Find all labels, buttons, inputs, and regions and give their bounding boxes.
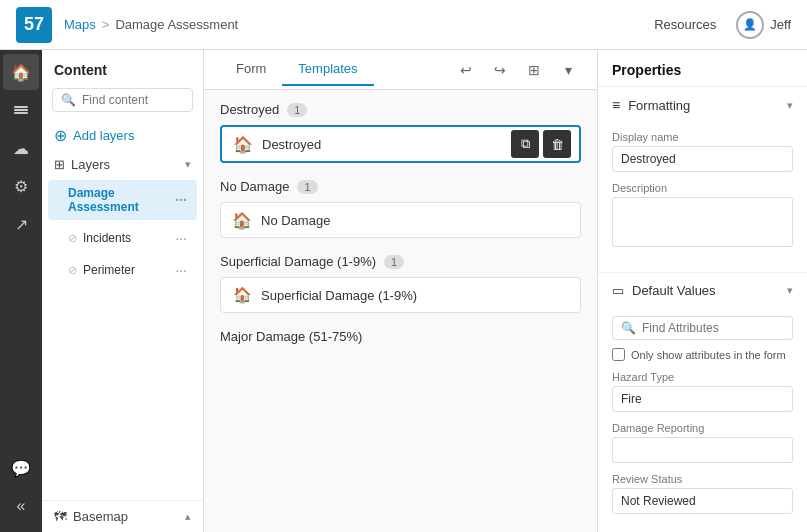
damage-assessment-options-icon[interactable]: ··· [175,192,187,208]
display-name-input[interactable] [612,146,793,172]
only-show-checkbox-label: Only show attributes in the form [631,349,786,361]
house-red-icon: 🏠 [234,135,252,153]
attributes-search[interactable]: 🔍 [612,316,793,340]
add-layers-label: Add layers [73,128,134,143]
basemap-label: Basemap [73,509,128,524]
sidebar-search[interactable]: 🔍 [52,88,193,112]
formatting-section: ≡ Formatting ▾ Display name Description [598,87,807,273]
default-values-section-header[interactable]: ▭ Default Values ▾ [598,273,807,308]
default-values-section-body: 🔍 Only show attributes in the form Hazar… [598,308,807,532]
hazard-type-input[interactable] [612,386,793,412]
sidebar-item-perimeter[interactable]: ⊘ Perimeter ··· [48,256,197,284]
formatting-chevron-icon: ▾ [787,99,793,112]
template-item-no-damage-label: No Damage [261,213,330,228]
sidebar-bottom: 🗺 Basemap ▴ [42,500,203,532]
user-avatar: 👤 [736,11,764,39]
default-values-section: ▭ Default Values ▾ 🔍 Only show attribute… [598,273,807,532]
sidebar-item-incidents[interactable]: ⊘ Incidents ··· [48,224,197,252]
tabs-right: ↩ ↪ ⊞ ▾ [453,57,581,83]
layers-icon-btn[interactable] [3,92,39,128]
attributes-search-input[interactable] [642,321,784,335]
default-values-label: Default Values [632,283,716,298]
share-icon-btn[interactable]: ↗ [3,206,39,242]
template-group-destroyed-label: Destroyed [220,102,279,117]
template-group-major-header: Major Damage (51-75%) [220,329,581,344]
description-label: Description [612,182,793,194]
sidebar-title: Content [42,50,203,84]
damage-reporting-input[interactable] [612,437,793,463]
main-layout: 🏠 ☁ ⚙ ↗ 💬 « Content 🔍 ⊕ Add layers [0,50,807,532]
breadcrumb-parent[interactable]: Maps [64,17,96,32]
breadcrumb: Maps > Damage Assessment [64,17,238,32]
template-item-superficial[interactable]: 🏠 Superficial Damage (1-9%) [220,277,581,313]
properties-panel: Properties ≡ Formatting ▾ Display name [597,50,807,532]
template-item-destroyed[interactable]: 🏠 Destroyed ⧉ 🗑 [220,125,581,163]
search-input[interactable] [82,93,184,107]
tabs-left: Form Templates [220,53,374,86]
only-show-checkbox-input[interactable] [612,348,625,361]
template-group-destroyed-count: 1 [287,103,307,117]
settings-icon-btn[interactable]: ⚙ [3,168,39,204]
more-button[interactable]: ▾ [555,57,581,83]
damage-reporting-field: Damage Reporting [612,422,793,463]
app-logo: 57 [16,7,52,43]
resources-label: Resources [654,17,716,32]
svg-rect-0 [14,106,28,108]
resources-button[interactable]: Resources [654,17,716,32]
only-show-attributes-checkbox[interactable]: Only show attributes in the form [612,348,793,361]
template-group-no-damage-label: No Damage [220,179,289,194]
sidebar-item-label: Damage Assessment [68,186,175,214]
breadcrumb-current: Damage Assessment [115,17,238,32]
layers-icon: ⊞ [54,157,65,172]
breadcrumb-separator: > [102,17,110,32]
undo-button[interactable]: ↩ [453,57,479,83]
basemap-left: 🗺 Basemap [54,509,128,524]
template-group-superficial-label: Superficial Damage (1-9%) [220,254,376,269]
display-name-label: Display name [612,131,793,143]
perimeter-options-icon[interactable]: ··· [175,262,187,278]
review-status-label: Review Status [612,473,793,485]
template-group-superficial-header: Superficial Damage (1-9%) 1 [220,254,581,269]
collapse-icon-btn[interactable]: « [3,488,39,524]
top-bar-right: Resources 👤 Jeff [654,11,791,39]
cloud-icon-btn[interactable]: ☁ [3,130,39,166]
content-area: Form Templates ↩ ↪ ⊞ ▾ Destroyed 1 🏠 Des [204,50,597,532]
incidents-options-icon[interactable]: ··· [175,230,187,246]
review-status-field: Review Status [612,473,793,514]
top-bar: 57 Maps > Damage Assessment Resources 👤 … [0,0,807,50]
copy-action-button[interactable]: ⧉ [511,130,539,158]
redo-button[interactable]: ↪ [487,57,513,83]
user-label: Jeff [770,17,791,32]
description-field: Description [612,182,793,250]
default-values-icon: ▭ [612,283,624,298]
formatting-label: Formatting [628,98,690,113]
formatting-section-header[interactable]: ≡ Formatting ▾ [598,87,807,123]
layers-section[interactable]: ⊞ Layers ▾ [42,151,203,178]
add-layers-button[interactable]: ⊕ Add layers [42,120,203,151]
template-group-superficial: Superficial Damage (1-9%) 1 🏠 Superficia… [220,254,581,313]
tab-form[interactable]: Form [220,53,282,86]
review-status-input[interactable] [612,488,793,514]
home-icon-btn[interactable]: 🏠 [3,54,39,90]
formatting-icon: ≡ [612,97,620,113]
basemap-section[interactable]: 🗺 Basemap ▴ [42,501,203,532]
sidebar-item-perimeter-label: Perimeter [83,263,135,277]
user-menu[interactable]: 👤 Jeff [736,11,791,39]
layers-chevron-icon: ▾ [185,158,191,171]
description-textarea[interactable] [612,197,793,247]
attributes-search-icon: 🔍 [621,321,636,335]
properties-body: ≡ Formatting ▾ Display name Description [598,87,807,532]
default-values-chevron-icon: ▾ [787,284,793,297]
properties-title: Properties [598,50,807,87]
tab-templates[interactable]: Templates [282,53,373,86]
sidebar-item-damage-assessment[interactable]: Damage Assessment ··· [48,180,197,220]
template-item-no-damage[interactable]: 🏠 No Damage [220,202,581,238]
feedback-icon-btn[interactable]: 💬 [3,450,39,486]
content-tabs: Form Templates ↩ ↪ ⊞ ▾ [204,50,597,90]
default-values-section-header-left: ▭ Default Values [612,283,716,298]
template-item-destroyed-label: Destroyed [262,137,321,152]
basemap-icon: 🗺 [54,509,67,524]
sidebar-item-incidents-disabled-icon: ⊘ [68,232,77,245]
view-toggle-button[interactable]: ⊞ [521,57,547,83]
delete-action-button[interactable]: 🗑 [543,130,571,158]
